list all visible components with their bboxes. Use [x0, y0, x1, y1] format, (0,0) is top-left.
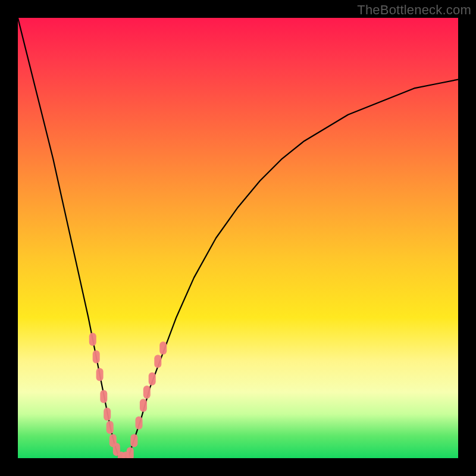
bead-marker: [136, 416, 143, 430]
bead-marker: [149, 372, 156, 386]
bead-marker: [89, 333, 96, 346]
plot-area: [18, 18, 458, 458]
bead-marker: [140, 399, 147, 412]
bead-marker: [104, 408, 111, 421]
bead-marker: [143, 386, 151, 399]
watermark-text: TheBottleneck.com: [357, 2, 471, 18]
bead-marker: [127, 447, 134, 458]
bead-marker: [107, 421, 114, 434]
bottleneck-curve: [18, 18, 458, 458]
bead-marker: [130, 434, 137, 447]
bottleneck-curve-path: [18, 18, 458, 458]
curve-svg: [18, 18, 458, 458]
bead-marker: [93, 350, 100, 364]
highlight-beads: [89, 333, 167, 458]
bead-marker: [100, 390, 107, 403]
chart-frame: TheBottleneck.com: [0, 0, 476, 476]
bead-marker: [96, 368, 104, 381]
bead-marker: [154, 355, 161, 368]
bead-marker: [159, 342, 167, 355]
